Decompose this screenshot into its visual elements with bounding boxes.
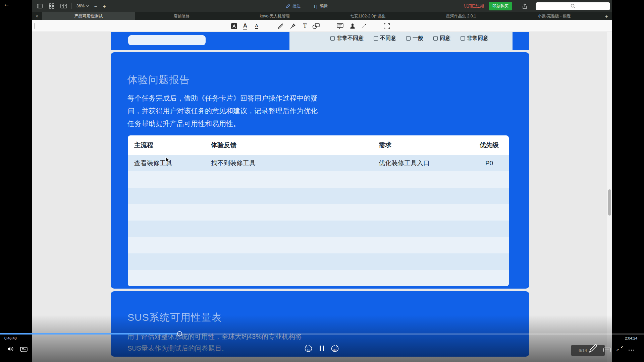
trial-expired-notice: 试用已过期	[464, 3, 484, 9]
editor-topbar: 36% − + 批注 T| 编辑 试用已过期 即刻购买	[32, 0, 612, 12]
current-time: 0:46:48	[4, 336, 17, 340]
share-icon[interactable]	[520, 0, 530, 12]
tab-xiaoqiang-locked[interactable]: 小强-完整版 - 锁定	[507, 12, 601, 20]
font-size-large-icon[interactable]: A	[241, 22, 250, 31]
skip-back-amount: 10	[307, 348, 310, 352]
annotate-mode-button[interactable]: 批注	[282, 0, 305, 12]
back-button[interactable]: ←	[3, 1, 10, 8]
edit-mode-button[interactable]: T| 编辑	[309, 0, 332, 12]
editor-window: 36% − + 批注 T| 编辑 试用已过期 即刻购买	[32, 0, 612, 362]
design-canvas: 非常不同意 不同意 一般 同意 非常同意 体验问题报告 每个任务完成后，借助《任…	[32, 32, 612, 362]
slide-experience-report: 体验问题报告 每个任务完成后，借助《任务卡片》回答用户操作过程中的疑 问，并获得…	[111, 52, 529, 289]
more-options-icon[interactable]	[629, 350, 634, 351]
exit-fullscreen-icon[interactable]: ↙ ↗	[616, 345, 624, 353]
video-player: 36% − + 批注 T| 编辑 试用已过期 即刻购买	[0, 0, 644, 362]
checkbox-icon[interactable]	[330, 36, 335, 41]
keyboard-shortcuts-icon[interactable]	[603, 348, 611, 352]
seek-bar-progress	[0, 333, 178, 335]
marquee-select-icon[interactable]	[382, 22, 391, 31]
pen-tool-icon[interactable]	[360, 22, 368, 31]
checkbox-icon[interactable]	[433, 36, 438, 41]
chevron-down-icon	[86, 5, 89, 7]
comment-tool-icon[interactable]	[336, 22, 344, 31]
survey-option: 非常同意	[461, 35, 488, 42]
pencil-tool-icon[interactable]	[276, 22, 285, 31]
table-row: 查看装修工具 找不到装修工具 优化装修工具入口 P0	[128, 155, 509, 171]
zoom-control[interactable]: 36%	[74, 4, 91, 8]
slide-title: 体验问题报告	[127, 73, 190, 87]
survey-option: 不同意	[374, 35, 396, 42]
zoom-out-button[interactable]: −	[91, 3, 100, 9]
issues-table: 主流程 体验反馈 需求 优先级 查看装修工具 找不到装修工具 优化装修工具入口 …	[128, 135, 509, 286]
tab-xinghe-portfolio[interactable]: 星河作品集 2.0.1	[415, 12, 508, 20]
col-header: 优先级	[472, 141, 509, 149]
add-tab-icon[interactable]: +	[601, 12, 612, 20]
sidebar-toggle-icon[interactable]	[35, 0, 45, 12]
table-row-empty	[128, 237, 509, 253]
col-header: 体验反馈	[211, 141, 379, 149]
file-tabbar: × 产品可用性测试 店铺装修 kovo-无人机管理 七安1102-2.0作品集 …	[32, 12, 612, 20]
checkbox-icon[interactable]	[406, 36, 411, 41]
pause-button[interactable]	[320, 346, 324, 351]
table-row-empty	[128, 204, 509, 221]
close-tab-icon[interactable]: ×	[32, 12, 42, 20]
table-row-empty	[128, 270, 509, 286]
font-size-small-icon[interactable]: A	[252, 22, 261, 31]
volume-icon[interactable]	[7, 346, 14, 353]
col-header: 主流程	[128, 141, 211, 149]
search-input[interactable]	[536, 2, 610, 10]
col-header: 需求	[379, 141, 472, 149]
subtitle-danmaku-icon[interactable]	[20, 347, 28, 354]
annotate-pen-icon	[286, 4, 290, 8]
divider	[71, 3, 72, 9]
pages-panel-icon[interactable]	[59, 0, 69, 12]
input-field-fragment	[128, 35, 206, 45]
edit-label: 编辑	[320, 3, 328, 9]
edit-text-icon: T|	[313, 4, 318, 9]
zoom-level: 36%	[76, 4, 85, 8]
tab-kovo-drone[interactable]: kovo-无人机管理	[228, 12, 321, 20]
slide-body-text: 每个任务完成后，借助《任务卡片》回答用户操作过程中的疑 问，并获得用户对该任务的…	[127, 92, 318, 130]
stamp-tool-icon[interactable]	[348, 22, 357, 31]
survey-scale-panel: 非常不同意 不同意 一般 同意 非常同意	[289, 32, 513, 50]
tab-shop-decor[interactable]: 店铺装修	[135, 12, 228, 20]
page-indicator: 6/14	[579, 348, 587, 353]
table-row-empty	[128, 188, 509, 204]
annotate-video-pencil-icon[interactable]	[587, 343, 598, 355]
buy-now-button[interactable]: 即刻购买	[489, 2, 512, 10]
survey-option: 同意	[433, 35, 450, 42]
forward-30-button[interactable]: 30	[330, 345, 340, 353]
table-header-row: 主流程 体验反馈 需求 优先级	[128, 135, 509, 155]
seek-bar-handle[interactable]	[177, 331, 182, 336]
tab-qian-portfolio[interactable]: 七安1102-2.0作品集	[321, 12, 415, 20]
survey-option: 非常不同意	[330, 35, 364, 42]
table-row-empty	[128, 171, 509, 188]
highlighter-tool-icon[interactable]	[288, 22, 297, 31]
annotate-label: 批注	[292, 3, 301, 9]
text-tool-icon[interactable]: T	[301, 22, 309, 31]
shape-tool-icon[interactable]	[312, 22, 320, 31]
slide-questionnaire-bottom: 非常不同意 不同意 一般 同意 非常同意	[111, 32, 529, 50]
annotation-toolbar: A A T	[32, 20, 612, 32]
survey-option: 一般	[406, 35, 423, 42]
total-duration: 2:04:24	[625, 336, 637, 340]
toolbar-drag-handle[interactable]	[34, 23, 35, 29]
skip-forward-amount: 30	[333, 348, 336, 352]
table-row-empty	[128, 221, 509, 237]
checkbox-icon[interactable]	[461, 36, 465, 41]
components-grid-icon[interactable]	[47, 0, 57, 12]
zoom-in-button[interactable]: +	[100, 3, 109, 9]
scrollbar-thumb[interactable]	[608, 189, 611, 216]
search-icon	[571, 4, 575, 8]
slide-title: SUS系统可用性量表	[127, 311, 222, 324]
text-style-icon[interactable]	[230, 22, 238, 31]
checkbox-icon[interactable]	[374, 36, 378, 41]
rewind-10-button[interactable]: 10	[304, 345, 314, 353]
tab-usability-test[interactable]: 产品可用性测试	[42, 12, 135, 20]
table-row-empty	[128, 253, 509, 270]
mouse-cursor	[165, 157, 171, 165]
